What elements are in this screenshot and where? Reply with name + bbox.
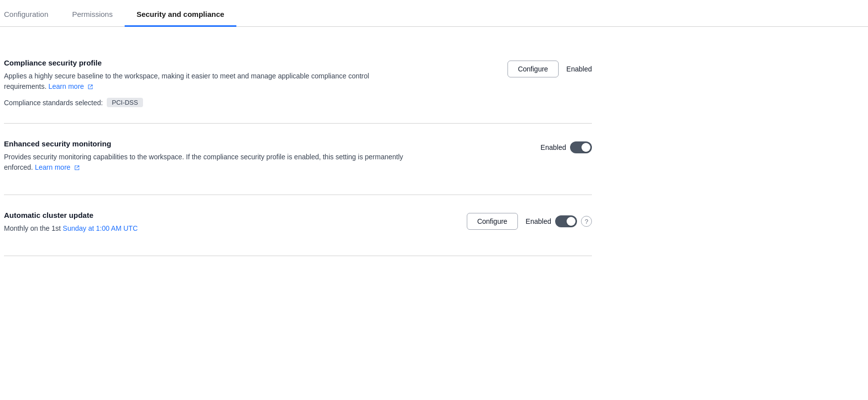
enhanced-monitoring-section: Enhanced security monitoring Provides se… — [4, 124, 592, 195]
compliance-learn-more-link[interactable]: Learn more — [48, 82, 93, 90]
enhanced-monitoring-title: Enhanced security monitoring — [4, 139, 411, 148]
compliance-status-label: Enabled — [567, 65, 592, 73]
compliance-profile-desc: Applies a highly secure baseline to the … — [4, 71, 411, 92]
cluster-update-title: Automatic cluster update — [4, 211, 411, 219]
enhanced-monitoring-toggle-wrapper: Enabled — [541, 141, 592, 153]
cluster-configure-button[interactable]: Configure — [467, 213, 518, 230]
main-content: Compliance security profile Applies a hi… — [0, 27, 596, 256]
cluster-update-thumb — [567, 217, 576, 226]
cluster-toggle-wrapper: Enabled ? — [526, 215, 592, 227]
cluster-update-track — [555, 215, 577, 227]
cluster-update-body: Automatic cluster update Monthly on the … — [4, 211, 411, 240]
external-link-icon — [87, 84, 93, 90]
enhanced-monitoring-status-label: Enabled — [541, 143, 566, 151]
enhanced-monitoring-desc: Provides security monitoring capabilitie… — [4, 152, 411, 173]
compliance-profile-controls: Configure Enabled — [507, 59, 592, 77]
cluster-status-label: Enabled — [526, 217, 551, 225]
enhanced-monitoring-thumb — [581, 143, 590, 152]
enhanced-monitoring-body: Enhanced security monitoring Provides se… — [4, 139, 411, 179]
monitoring-external-link-icon — [74, 165, 80, 171]
cluster-update-schedule: Monthly on the 1st Sunday at 1:00 AM UTC — [4, 223, 411, 234]
cluster-update-controls: Configure Enabled ? — [467, 211, 592, 230]
cluster-help-icon[interactable]: ? — [581, 216, 592, 227]
enhanced-monitoring-track — [570, 141, 592, 153]
tab-bar: Configuration Permissions Security and c… — [0, 0, 868, 27]
cluster-schedule-link[interactable]: Sunday at 1:00 AM UTC — [63, 224, 138, 232]
pci-dss-badge: PCI-DSS — [107, 98, 143, 107]
cluster-update-section: Automatic cluster update Monthly on the … — [4, 195, 592, 256]
enhanced-monitoring-toggle[interactable] — [570, 141, 592, 153]
tab-configuration[interactable]: Configuration — [0, 0, 60, 26]
compliance-standards-row: Compliance standards selected: PCI-DSS — [4, 98, 411, 107]
monitoring-learn-more-link[interactable]: Learn more — [35, 163, 79, 171]
cluster-update-toggle[interactable] — [555, 215, 577, 227]
tab-security[interactable]: Security and compliance — [125, 0, 236, 26]
compliance-profile-section: Compliance security profile Applies a hi… — [4, 43, 592, 124]
enhanced-monitoring-controls: Enabled — [541, 139, 592, 153]
tab-permissions[interactable]: Permissions — [60, 0, 125, 26]
compliance-profile-body: Compliance security profile Applies a hi… — [4, 59, 411, 107]
compliance-configure-button[interactable]: Configure — [507, 61, 559, 77]
compliance-profile-title: Compliance security profile — [4, 59, 411, 67]
